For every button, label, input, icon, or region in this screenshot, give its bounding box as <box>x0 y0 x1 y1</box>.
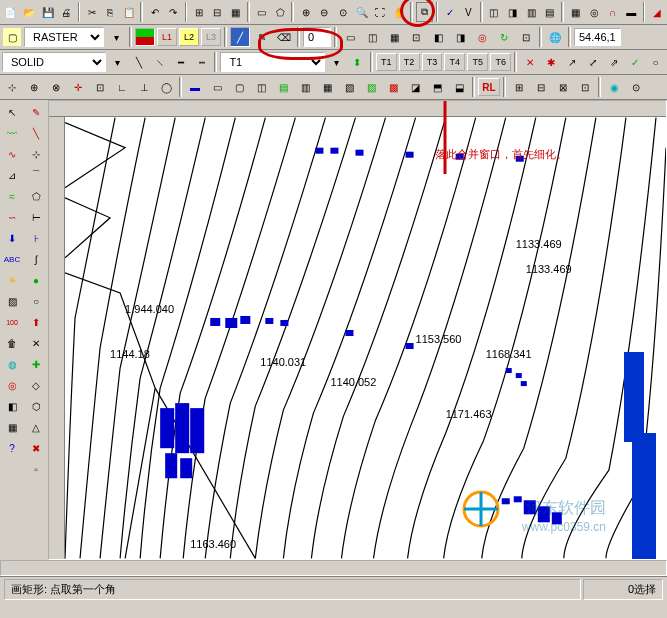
btn-b[interactable]: ◫ <box>362 27 382 47</box>
st-curve2[interactable]: ∽ <box>2 207 22 227</box>
redo-btn[interactable]: ↷ <box>165 2 182 22</box>
line-1-btn[interactable]: ╲ <box>129 52 148 72</box>
tool1-btn[interactable]: ◫ <box>486 2 503 22</box>
layer-l3-btn[interactable]: L3 <box>201 28 221 46</box>
dim-4-btn[interactable]: ⤢ <box>583 52 602 72</box>
st-wave[interactable]: ≈ <box>2 186 22 206</box>
st2-poly[interactable]: ⬠ <box>26 186 46 206</box>
r4-24[interactable]: ⊠ <box>553 77 573 97</box>
grid-btn[interactable]: ▦ <box>567 2 584 22</box>
st2-circle[interactable]: ○ <box>26 291 46 311</box>
merge-window-btn[interactable]: ⧉ <box>416 2 433 22</box>
r4-20[interactable]: ⬒ <box>427 77 447 97</box>
r4-4[interactable]: ✛ <box>68 77 88 97</box>
r4-13[interactable]: ▤ <box>273 77 293 97</box>
r4-26[interactable]: ◉ <box>604 77 624 97</box>
zoom-in-btn[interactable]: ⊕ <box>297 2 314 22</box>
r4-9[interactable]: ▬ <box>185 77 205 97</box>
st2-up[interactable]: ⬆ <box>26 312 46 332</box>
st-brush[interactable]: 〰 <box>2 123 22 143</box>
r4-14[interactable]: ▥ <box>295 77 315 97</box>
rl-btn[interactable]: RL <box>478 78 500 96</box>
st2-join[interactable]: ⊢ <box>26 207 46 227</box>
magnet-btn[interactable]: ∩ <box>604 2 621 22</box>
st-line2[interactable]: ⊿ <box>2 165 22 185</box>
st2-plus[interactable]: ✚ <box>26 354 46 374</box>
st2-diamond[interactable]: ◇ <box>26 375 46 395</box>
cascade-btn[interactable]: ▦ <box>228 2 245 22</box>
text-combo[interactable]: T1 <box>220 52 324 72</box>
pan-btn[interactable]: ✋ <box>391 2 408 22</box>
circle-arrow-btn[interactable]: ↻ <box>494 27 514 47</box>
st2-seg[interactable]: ⊦ <box>26 228 46 248</box>
st2-tri[interactable]: △ <box>26 417 46 437</box>
st-text[interactable]: ABC <box>2 249 22 269</box>
layer-mgr-btn[interactable]: ▬ <box>623 2 640 22</box>
linetype-combo[interactable]: SOLID <box>2 52 106 72</box>
layer-l1-btn[interactable]: L1 <box>157 28 177 46</box>
st2-box[interactable]: ▫ <box>26 459 46 479</box>
btn-e[interactable]: ◧ <box>428 27 448 47</box>
r4-21[interactable]: ⬓ <box>449 77 469 97</box>
st-circ1[interactable]: ◍ <box>2 354 22 374</box>
layer-l2-btn[interactable]: L2 <box>179 28 199 46</box>
lt-dd-btn[interactable]: ▾ <box>108 52 127 72</box>
st-help[interactable]: ? <box>2 438 22 458</box>
r4-19[interactable]: ◪ <box>405 77 425 97</box>
r4-12[interactable]: ◫ <box>251 77 271 97</box>
snap-btn[interactable]: ◎ <box>586 2 603 22</box>
st2-curve[interactable]: ∫ <box>26 249 46 269</box>
line-4-btn[interactable]: ┅ <box>192 52 211 72</box>
r4-3[interactable]: ⊗ <box>46 77 66 97</box>
r4-5[interactable]: ⊡ <box>90 77 110 97</box>
t2-btn[interactable]: T2 <box>399 53 420 71</box>
dim-2-btn[interactable]: ✱ <box>541 52 560 72</box>
t1-btn[interactable]: T1 <box>376 53 397 71</box>
r4-25[interactable]: ⊡ <box>575 77 595 97</box>
st-sq2[interactable]: ▦ <box>2 417 22 437</box>
dim-1-btn[interactable]: ✕ <box>520 52 539 72</box>
tool3-btn[interactable]: ▥ <box>523 2 540 22</box>
global-btn[interactable]: 🌐 <box>545 27 565 47</box>
paste-btn[interactable]: 📋 <box>121 2 138 22</box>
color-swatch-green[interactable] <box>135 28 155 46</box>
dim-3-btn[interactable]: ↗ <box>562 52 581 72</box>
st-drop[interactable]: ⬇ <box>2 228 22 248</box>
zoom-prev-btn[interactable]: 🔍 <box>353 2 370 22</box>
save-file-btn[interactable]: 💾 <box>39 2 56 22</box>
r4-10[interactable]: ▭ <box>207 77 227 97</box>
dim-7-btn[interactable]: ○ <box>646 52 665 72</box>
raster-combo[interactable]: RASTER <box>24 27 104 47</box>
st2-arc[interactable]: ⌒ <box>26 165 46 185</box>
tile-btn[interactable]: ⊟ <box>209 2 226 22</box>
zoom-all-btn[interactable]: ⛶ <box>372 2 389 22</box>
filter-btn[interactable]: V <box>460 2 477 22</box>
measure-btn[interactable]: ◢ <box>648 2 665 22</box>
st2-dot[interactable]: ● <box>26 270 46 290</box>
r4-23[interactable]: ⊟ <box>531 77 551 97</box>
small-num-input[interactable] <box>303 27 331 47</box>
btn-d[interactable]: ⊡ <box>406 27 426 47</box>
r4-17[interactable]: ▨ <box>361 77 381 97</box>
new-file-btn[interactable]: 📄 <box>2 2 19 22</box>
r4-16[interactable]: ▧ <box>339 77 359 97</box>
poly-sel-btn[interactable]: ⬠ <box>272 2 289 22</box>
line-3-btn[interactable]: ━ <box>171 52 190 72</box>
st-pointer[interactable]: ↖ <box>2 102 22 122</box>
draw-pen-btn[interactable]: ✎ <box>252 27 272 47</box>
t4-btn[interactable]: T4 <box>444 53 465 71</box>
drawing-canvas[interactable]: 1133.469 1133.469 1153.560 1144.18 1.944… <box>65 117 666 559</box>
st-light[interactable]: ☀ <box>2 270 22 290</box>
st-sq1[interactable]: ◧ <box>2 396 22 416</box>
st-trash[interactable]: 🗑 <box>2 333 22 353</box>
r4-1[interactable]: ⊹ <box>2 77 22 97</box>
line-2-btn[interactable]: ⟍ <box>150 52 169 72</box>
cut-btn[interactable]: ✂ <box>83 2 100 22</box>
st2-node[interactable]: ⊹ <box>26 144 46 164</box>
t-dd-btn[interactable]: ▾ <box>327 52 346 72</box>
st-circ2[interactable]: ◎ <box>2 375 22 395</box>
target-btn[interactable]: ◎ <box>472 27 492 47</box>
erase-btn[interactable]: ⌫ <box>274 27 294 47</box>
btn-f[interactable]: ◨ <box>450 27 470 47</box>
st-curve[interactable]: ∿ <box>2 144 22 164</box>
